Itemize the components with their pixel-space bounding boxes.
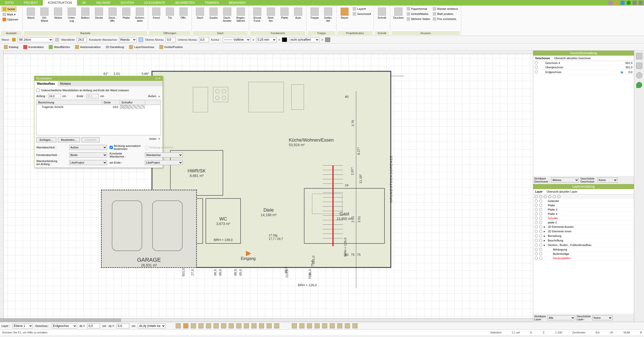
view8-icon[interactable] xyxy=(345,323,350,328)
menu-gelaende[interactable]: GELÄNDE xyxy=(91,0,115,6)
layer-row[interactable]: Bodenbeläge xyxy=(533,252,634,256)
snap10-icon[interactable] xyxy=(244,323,249,328)
kontur-color[interactable] xyxy=(282,37,287,42)
layer-row[interactable]: ▸2D Elemente Innen xyxy=(533,229,634,234)
magic-icon[interactable] xyxy=(608,1,612,5)
layer-tool-icon[interactable] xyxy=(548,195,551,198)
snap12-icon[interactable] xyxy=(259,323,264,328)
layer-row[interactable]: platte 2 xyxy=(533,220,634,225)
snap8-icon[interactable] xyxy=(229,323,234,328)
treppe-button[interactable]: Treppe xyxy=(308,7,321,20)
geschoss-row[interactable]: Erdgeschoss◆0,0 xyxy=(533,70,634,75)
layer-row[interactable]: Geländer xyxy=(533,199,634,203)
menu-bemassen[interactable]: BEMASSEN xyxy=(224,0,251,6)
snap4-icon[interactable] xyxy=(198,323,203,328)
view5-icon[interactable] xyxy=(322,323,327,328)
wandabschluss-select[interactable]: Außen xyxy=(69,145,107,150)
holz-button[interactable]: Holzkonstruktion xyxy=(73,44,103,50)
fenst-button[interactable]: Fenst xyxy=(150,7,163,20)
menu-trimmen[interactable]: TRIMMEN xyxy=(200,0,224,6)
tab-geschosse[interactable]: Geschosse xyxy=(533,56,552,61)
balken-button[interactable]: Balken xyxy=(79,7,92,20)
help-icon[interactable] xyxy=(627,1,631,5)
katalog-button[interactable]: Katalog xyxy=(2,44,20,50)
schraffur-color[interactable] xyxy=(325,37,330,42)
tab-uebersicht-geschoss[interactable]: Übersicht aktuelles Geschoss xyxy=(552,56,593,61)
blatt-button[interactable]: Blatt position. xyxy=(432,12,459,16)
gaube-button[interactable]: Gaube xyxy=(207,7,220,20)
einheit-button[interactable]: Einheit/Maßst. xyxy=(406,12,431,16)
wanddicke-input[interactable] xyxy=(77,37,87,42)
menu-3d[interactable]: 3D xyxy=(77,0,91,6)
tkonstruktion-button[interactable]: Konstruktion xyxy=(21,44,46,50)
menu-sichten[interactable]: SICHTEN xyxy=(116,0,139,6)
geschoss-button[interactable]: Geschoss ▾ xyxy=(352,12,372,16)
deckoeffn-button[interactable]: Deck.- öffn. xyxy=(106,7,119,23)
layer-row[interactable]: Platte 3 xyxy=(533,208,634,212)
view2-icon[interactable] xyxy=(299,323,304,328)
mode-select[interactable]: dx,dy (relativ ka xyxy=(138,323,166,328)
anfang-input[interactable] xyxy=(48,94,61,98)
schnitt-button[interactable]: Schnitt xyxy=(375,7,389,20)
view9-icon[interactable] xyxy=(352,323,357,328)
layer-row[interactable]: ▸Bemaßung xyxy=(533,234,634,238)
layer-button[interactable]: Layer ▾ xyxy=(352,7,372,11)
einfuegen-button[interactable]: Einfügen... xyxy=(36,137,56,142)
am-ende-select[interactable]: LikeProject xyxy=(145,160,183,165)
tab-uebersicht-layer[interactable]: Übersicht aktueller Layer xyxy=(545,189,579,194)
raum-button[interactable]: Raum xyxy=(338,7,351,20)
platte-button[interactable]: Platte xyxy=(120,7,133,20)
menu-datei[interactable]: DATEI xyxy=(0,0,19,6)
tuer-button[interactable]: Tür xyxy=(163,7,176,20)
virtwand-button[interactable]: Virt. Wand xyxy=(38,7,51,23)
snap7-icon[interactable] xyxy=(221,323,226,328)
wandverbindung-select[interactable]: LikeProject xyxy=(69,160,107,165)
schornstein-button[interactable]: Schorn- stein xyxy=(133,7,146,23)
selekt-button[interactable]: Selekt xyxy=(2,7,16,12)
mehrere-button[interactable]: Mehrere Seiten xyxy=(406,17,431,21)
stuetze-button[interactable]: Stütze xyxy=(51,7,65,20)
dach-button[interactable]: Dach xyxy=(193,7,207,20)
menu-projekt[interactable]: PROJEKT xyxy=(19,0,43,6)
geschuetzte-layer-select[interactable]: Keine xyxy=(592,315,612,320)
target-icon[interactable] xyxy=(636,72,642,78)
layer-row[interactable]: Platte 4 xyxy=(533,212,634,216)
wand-button[interactable]: Wand xyxy=(24,7,37,20)
sichtbare-layer-select[interactable]: Alle xyxy=(547,315,575,320)
close-icon[interactable] xyxy=(639,1,643,5)
tab-niveaus[interactable]: Niveaus xyxy=(58,81,73,86)
bearbeiten-button[interactable]: Bearbeiten... xyxy=(58,137,80,142)
layer-row[interactable]: Platte xyxy=(533,203,634,208)
view3-icon[interactable] xyxy=(307,323,312,328)
chair-icon[interactable] xyxy=(636,63,642,69)
wand-select[interactable]: IW 24cm xyxy=(18,37,53,42)
canvas-scrollbar-h[interactable] xyxy=(0,318,533,322)
2d-button[interactable]: 2D Darstellung xyxy=(104,44,126,50)
streifen-button[interactable]: Strei- fen xyxy=(264,7,277,23)
schraffur-select[interactable]: nicht schraffiert xyxy=(289,37,319,42)
layer-row[interactable]: ▸Beschriftung xyxy=(533,238,634,243)
tree-icon[interactable] xyxy=(636,82,642,88)
konst-achse-select[interactable]: Wandachse xyxy=(145,152,183,158)
menu-bearbeiten[interactable]: BEARBEITEN xyxy=(170,0,200,6)
oeffn-button[interactable]: Öffn. xyxy=(177,7,190,20)
layer-tool-icon[interactable] xyxy=(553,195,556,198)
snap14-icon[interactable] xyxy=(274,323,279,328)
menu-konstruktion[interactable]: KONSTRUKTION xyxy=(43,0,77,6)
snap5-icon[interactable] xyxy=(206,323,211,328)
layers-icon[interactable] xyxy=(636,53,642,59)
geschoss-row[interactable]: Geschoss 4601,0 xyxy=(533,61,634,65)
snap3-icon[interactable] xyxy=(191,323,196,328)
snap9-icon[interactable] xyxy=(236,323,241,328)
cube-icon[interactable] xyxy=(621,1,625,5)
layer-row[interactable]: Abhängung xyxy=(533,248,634,252)
snap-icon[interactable] xyxy=(176,323,181,328)
snap6-icon[interactable] xyxy=(214,323,219,328)
unteres-input[interactable] xyxy=(199,37,209,42)
menu-2d[interactable]: 2D-ELEMENTE xyxy=(139,0,170,6)
layer-row[interactable]: Schnitte xyxy=(533,216,634,220)
down-arrow-icon[interactable]: ▼ xyxy=(158,137,161,142)
tab-layer[interactable]: Layer xyxy=(533,189,545,194)
raender-button[interactable]: Ränder einblend. xyxy=(432,7,459,11)
panel-close-icon[interactable]: ✕ xyxy=(158,77,161,80)
